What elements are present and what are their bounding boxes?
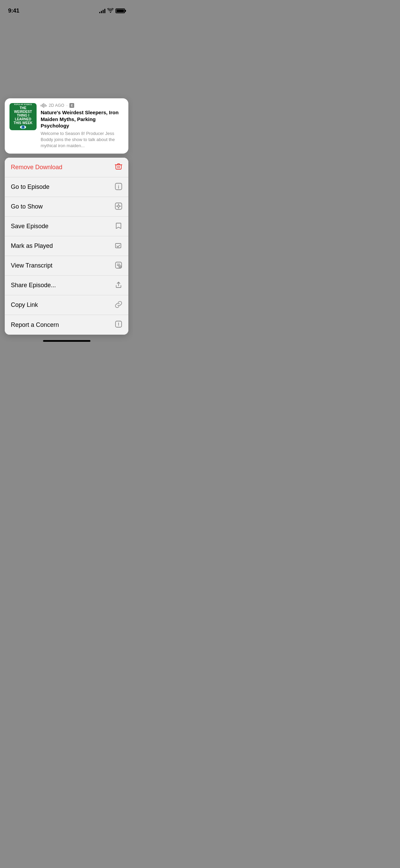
context-menu: Remove Download Go to Episode Go to Show: [5, 158, 128, 335]
episode-meta: 2D AGO · E: [41, 103, 124, 108]
share-episode-label: Share Episode...: [11, 282, 56, 289]
episode-card: POPULAR SCIENCE THE WEIRDEST THING I LEA…: [5, 98, 128, 154]
go-to-show-label: Go to Show: [11, 203, 43, 210]
artwork-title: THE WEIRDEST THING I LEARNED THIS WEEK: [12, 106, 35, 125]
artwork-eye: [20, 125, 26, 129]
info-icon: [115, 183, 122, 192]
menu-item-view-transcript[interactable]: View Transcript: [5, 256, 128, 276]
episode-artwork: POPULAR SCIENCE THE WEIRDEST THING I LEA…: [9, 103, 37, 130]
episode-description: Welcome to Season 8! Producer Jess Boddy…: [41, 131, 124, 149]
checkmark-device-icon: [115, 242, 122, 251]
svg-point-10: [118, 205, 120, 207]
remove-download-label: Remove Download: [11, 164, 62, 171]
menu-item-report-concern[interactable]: Report a Concern: [5, 315, 128, 335]
episode-title: Nature's Weirdest Sleepers, Iron Maiden …: [41, 109, 124, 129]
svg-point-0: [110, 12, 111, 13]
report-concern-label: Report a Concern: [11, 321, 59, 329]
svg-rect-11: [115, 243, 121, 248]
transcript-icon: [115, 261, 122, 270]
svg-rect-2: [42, 104, 43, 107]
bookmark-icon: [115, 222, 122, 231]
signal-icon: [99, 8, 105, 13]
menu-item-copy-link[interactable]: Copy Link: [5, 295, 128, 315]
menu-item-mark-as-played[interactable]: Mark as Played: [5, 236, 128, 256]
episode-age: 2D AGO: [49, 103, 64, 108]
svg-rect-5: [46, 105, 47, 106]
podcast-icon: [115, 202, 122, 211]
svg-point-8: [118, 185, 119, 185]
status-time: 9:41: [8, 7, 19, 14]
soundwave-icon: [41, 103, 47, 108]
go-to-episode-label: Go to Episode: [11, 183, 49, 191]
save-episode-label: Save Episode: [11, 223, 48, 230]
menu-item-go-to-episode[interactable]: Go to Episode: [5, 177, 128, 197]
episode-info: 2D AGO · E Nature's Weirdest Sleepers, I…: [41, 103, 124, 149]
copy-link-label: Copy Link: [11, 301, 38, 309]
view-transcript-label: View Transcript: [11, 262, 52, 269]
menu-item-go-to-show[interactable]: Go to Show: [5, 197, 128, 217]
status-icons: [99, 8, 125, 14]
link-icon: [115, 301, 122, 310]
menu-item-share-episode[interactable]: Share Episode...: [5, 276, 128, 295]
episode-explicit: E: [69, 103, 74, 108]
svg-rect-4: [45, 104, 46, 107]
home-indicator: [43, 340, 90, 342]
svg-rect-1: [41, 105, 42, 106]
svg-point-15: [118, 326, 119, 326]
wifi-icon: [107, 8, 113, 14]
artwork-label: POPULAR SCIENCE: [14, 103, 32, 105]
battery-icon: [115, 8, 125, 13]
trash-icon: [115, 163, 122, 172]
mark-as-played-label: Mark as Played: [11, 242, 53, 250]
svg-rect-6: [116, 165, 121, 169]
menu-item-save-episode[interactable]: Save Episode: [5, 217, 128, 236]
status-bar: 9:41: [0, 0, 133, 17]
svg-rect-3: [43, 103, 44, 108]
menu-item-remove-download[interactable]: Remove Download: [5, 158, 128, 177]
report-icon: [115, 320, 122, 329]
share-icon: [115, 281, 122, 290]
